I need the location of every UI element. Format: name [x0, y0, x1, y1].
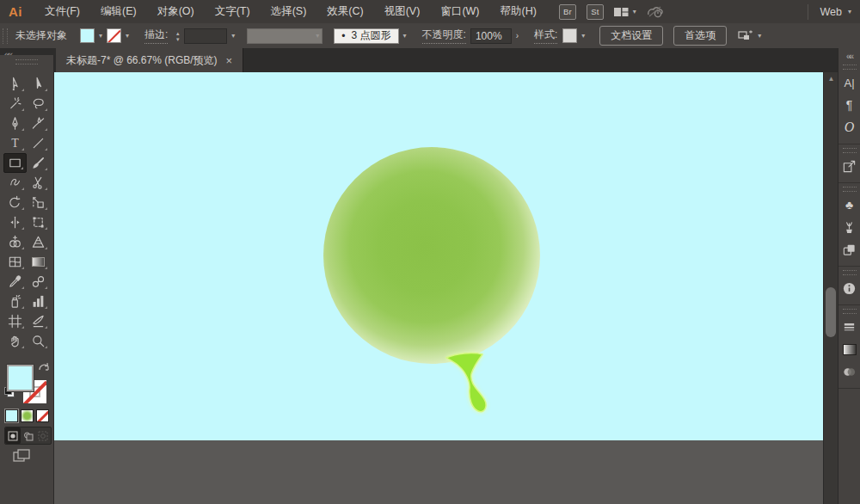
gradient-panel-icon[interactable]: [838, 338, 860, 360]
panel-group-grip[interactable]: [843, 270, 857, 275]
export-panel-icon[interactable]: [838, 155, 860, 177]
character-panel-icon[interactable]: A|: [838, 71, 860, 94]
panel-group-grip[interactable]: [843, 148, 857, 153]
graphic-style-swatch[interactable]: [562, 28, 577, 43]
line-segment-tool[interactable]: [27, 133, 50, 153]
green-paint-drip[interactable]: [431, 347, 517, 429]
align-options-button[interactable]: ▾: [738, 30, 761, 42]
paragraph-panel-icon[interactable]: ¶: [838, 94, 860, 116]
sync-settings-icon[interactable]: [647, 5, 664, 19]
color-button[interactable]: [5, 409, 18, 422]
close-tab-icon[interactable]: ×: [226, 55, 233, 66]
stroke-weight-stepper[interactable]: ▴▾: [173, 30, 182, 42]
chevron-down-icon[interactable]: ▾: [577, 32, 589, 40]
chevron-down-icon[interactable]: ▾: [227, 32, 239, 40]
rotate-tool[interactable]: [3, 193, 27, 212]
menu-item[interactable]: 选择(S): [261, 4, 317, 19]
symbols-panel-icon[interactable]: ♣: [838, 194, 860, 216]
graphic-styles-panel-icon[interactable]: [838, 238, 860, 261]
opacity-expand-button[interactable]: ›: [512, 28, 523, 44]
menu-item[interactable]: 对象(O): [147, 4, 205, 19]
mesh-tool[interactable]: [3, 252, 27, 272]
shape-builder-tool[interactable]: [3, 232, 27, 252]
rectangle-tool[interactable]: [3, 153, 27, 173]
scrollbar-thumb[interactable]: [826, 287, 836, 337]
chevron-down-icon[interactable]: ▾: [95, 32, 107, 40]
transparency-panel-icon[interactable]: [838, 360, 860, 383]
blend-tool[interactable]: [27, 272, 50, 292]
control-bar-grip[interactable]: [3, 28, 8, 44]
width-tool[interactable]: [3, 212, 27, 232]
chevron-down-icon[interactable]: ▾: [121, 32, 133, 40]
draw-behind-mode[interactable]: [21, 427, 36, 444]
menu-item[interactable]: 文件(F): [34, 4, 90, 19]
opacity-field[interactable]: 100%: [470, 28, 512, 44]
document-tab[interactable]: 未标题-7* @ 66.67% (RGB/预览) ×: [56, 48, 243, 72]
panel-group-grip[interactable]: [843, 65, 857, 70]
brush-definition-dropdown[interactable]: • 3 点圆形: [334, 28, 398, 44]
selection-tool[interactable]: [27, 74, 50, 94]
info-panel-icon[interactable]: [838, 277, 860, 299]
stroke-panel-icon[interactable]: [838, 316, 860, 338]
fill-color-swatch[interactable]: [80, 28, 95, 43]
zoom-tool[interactable]: [27, 331, 50, 351]
workspace-switcher[interactable]: Web ▾: [808, 4, 852, 20]
symbol-sprayer-tool[interactable]: [3, 292, 27, 311]
gradient-button[interactable]: [21, 409, 34, 422]
panel-group-grip[interactable]: [843, 309, 857, 314]
screen-mode-icon[interactable]: [13, 449, 30, 463]
eyedropper-tool[interactable]: [3, 272, 27, 292]
free-transform-tool[interactable]: [27, 212, 50, 232]
menu-item[interactable]: 视图(V): [374, 4, 431, 19]
fill-indicator[interactable]: [7, 365, 34, 391]
arrange-documents-button[interactable]: ▾: [614, 7, 636, 17]
green-gradient-ball[interactable]: [323, 147, 540, 364]
hand-tool[interactable]: [3, 331, 27, 351]
lasso-tool[interactable]: [27, 94, 50, 114]
opentype-panel-icon[interactable]: O: [838, 116, 860, 138]
width-profile-dropdown: ▾: [247, 28, 322, 44]
type-tool[interactable]: T: [3, 133, 27, 153]
swap-fill-stroke-icon[interactable]: [38, 362, 50, 374]
menu-item[interactable]: 文字(T): [205, 4, 261, 19]
stroke-color-swatch[interactable]: [107, 28, 121, 43]
menu-item[interactable]: 效果(C): [316, 4, 373, 19]
menu-item[interactable]: 窗口(W): [430, 4, 489, 19]
stock-button[interactable]: St: [587, 4, 604, 20]
none-button[interactable]: [36, 409, 49, 422]
artboard-canvas[interactable]: [54, 72, 823, 440]
slice-tool[interactable]: [27, 311, 50, 331]
panel-group-grip[interactable]: [843, 187, 857, 192]
style-label[interactable]: 样式:: [534, 28, 557, 44]
draw-normal-mode[interactable]: [5, 427, 21, 444]
bridge-button[interactable]: Br: [559, 4, 576, 20]
draw-inside-mode[interactable]: [35, 427, 51, 444]
scale-tool[interactable]: [27, 193, 50, 212]
stroke-weight-label[interactable]: 描边:: [144, 28, 168, 44]
paintbrush-tool[interactable]: [27, 153, 50, 173]
chevron-down-icon[interactable]: ▾: [399, 32, 411, 40]
artboard-tool[interactable]: [3, 311, 27, 331]
opacity-label[interactable]: 不透明度:: [422, 28, 466, 44]
direct-selection-tool[interactable]: [3, 74, 27, 94]
magic-wand-tool[interactable]: [3, 94, 27, 114]
brushes-panel-icon[interactable]: [838, 216, 860, 238]
brush-bullet: •: [341, 30, 345, 42]
vertical-scrollbar[interactable]: ▲: [823, 72, 838, 504]
menu-item[interactable]: 帮助(H): [490, 4, 547, 19]
document-setup-button[interactable]: 文档设置: [599, 26, 663, 46]
expand-panels-icon[interactable]: ««: [838, 48, 860, 61]
gradient-tool[interactable]: [27, 252, 50, 272]
column-graph-tool[interactable]: [27, 292, 50, 311]
scissors-tool[interactable]: [27, 173, 50, 193]
shaper-tool[interactable]: [3, 173, 27, 193]
menu-item[interactable]: 编辑(E): [90, 4, 147, 19]
pen-tool[interactable]: [3, 114, 27, 133]
pasteboard-area[interactable]: [54, 440, 823, 504]
tools-panel-grip[interactable]: [15, 59, 38, 65]
preferences-button[interactable]: 首选项: [673, 26, 727, 46]
scroll-up-arrow[interactable]: ▲: [824, 75, 838, 83]
perspective-grid-tool[interactable]: [27, 232, 50, 252]
stroke-weight-field[interactable]: [184, 28, 227, 44]
curvature-tool[interactable]: [27, 114, 50, 133]
